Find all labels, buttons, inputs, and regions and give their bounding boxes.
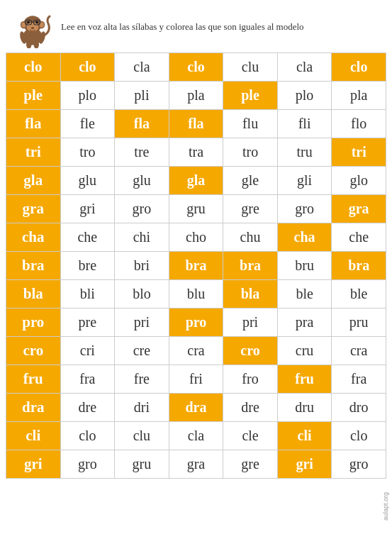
- syllable-cell: che: [332, 223, 386, 252]
- syllable-cell: dre: [60, 394, 115, 422]
- syllable-cell: pro: [169, 308, 223, 337]
- syllable-cell: bre: [60, 252, 115, 280]
- model-cell: fru: [6, 365, 61, 394]
- table-row: pleplopliplapleplopla: [6, 82, 386, 110]
- model-cell: pro: [6, 308, 61, 337]
- table-container: clocloclaclocluclaclopleplopliplapleplop…: [6, 52, 386, 479]
- syllable-cell: dri: [115, 394, 169, 422]
- syllable-cell: cla: [277, 53, 332, 82]
- syllable-cell: fle: [60, 110, 115, 138]
- syllable-cell: plo: [60, 82, 115, 110]
- table-row: frufrafrefrifrofrufra: [6, 365, 386, 394]
- syllable-cell: cro: [223, 337, 278, 365]
- svg-point-11: [35, 21, 38, 23]
- syllable-cell: pre: [60, 308, 115, 337]
- syllable-cell: clo: [60, 422, 115, 450]
- syllable-cell: cru: [277, 337, 332, 365]
- syllable-cell: glu: [115, 167, 169, 195]
- syllable-cell: gri: [277, 450, 332, 479]
- model-cell: fla: [6, 110, 61, 138]
- watermark: aulapt.org: [382, 492, 389, 521]
- syllable-cell: blu: [169, 280, 223, 308]
- model-cell: gri: [6, 450, 61, 479]
- syllable-cell: fla: [115, 110, 169, 138]
- model-cell: gra: [6, 195, 61, 223]
- syllable-cell: gla: [169, 167, 223, 195]
- syllable-cell: clo: [332, 53, 386, 82]
- model-cell: cro: [6, 337, 61, 365]
- table-row: crocricrecracrocrucra: [6, 337, 386, 365]
- syllable-cell: gru: [115, 450, 169, 479]
- syllable-cell: gru: [169, 195, 223, 223]
- syllable-cell: gle: [223, 167, 278, 195]
- syllable-cell: gre: [223, 450, 278, 479]
- syllable-cell: bli: [60, 280, 115, 308]
- syllable-cell: bru: [277, 252, 332, 280]
- syllable-cell: tri: [332, 138, 386, 167]
- syllable-cell: dro: [332, 394, 386, 422]
- monkey-icon: [11, 6, 54, 48]
- syllable-cell: blo: [115, 280, 169, 308]
- header: Lee en voz alta las sílabas y colorea la…: [6, 6, 386, 48]
- model-cell: clo: [6, 53, 61, 82]
- syllable-cell: clo: [332, 422, 386, 450]
- syllable-cell: cra: [169, 337, 223, 365]
- syllable-cell: pri: [115, 308, 169, 337]
- syllable-cell: cli: [277, 422, 332, 450]
- model-cell: bla: [6, 280, 61, 308]
- syllable-cell: gre: [223, 195, 278, 223]
- syllable-cell: pri: [223, 308, 278, 337]
- syllable-cell: tra: [169, 138, 223, 167]
- syllable-cell: fli: [277, 110, 332, 138]
- model-cell: tri: [6, 138, 61, 167]
- syllable-cell: fra: [332, 365, 386, 394]
- syllable-cell: pla: [169, 82, 223, 110]
- syllable-cell: plo: [277, 82, 332, 110]
- syllable-cell: fla: [169, 110, 223, 138]
- syllable-cell: cho: [169, 223, 223, 252]
- syllable-cell: pla: [332, 82, 386, 110]
- page: Lee en voz alta las sílabas y colorea la…: [0, 0, 392, 556]
- table-row: dradredridradredrudro: [6, 394, 386, 422]
- syllable-cell: fro: [223, 365, 278, 394]
- syllable-cell: cri: [60, 337, 115, 365]
- syllable-cell: dru: [277, 394, 332, 422]
- syllable-cell: pru: [332, 308, 386, 337]
- table-row: brabrebribrabrabrubra: [6, 252, 386, 280]
- syllable-cell: cla: [115, 53, 169, 82]
- syllable-cell: ple: [223, 82, 278, 110]
- syllable-cell: gro: [60, 450, 115, 479]
- syllable-cell: tro: [60, 138, 115, 167]
- model-cell: dra: [6, 394, 61, 422]
- syllable-cell: clo: [60, 53, 115, 82]
- syllable-cell: chi: [115, 223, 169, 252]
- syllable-cell: gro: [332, 450, 386, 479]
- syllable-cell: clu: [115, 422, 169, 450]
- table-row: clocloclaclocluclaclo: [6, 53, 386, 82]
- syllable-table: clocloclaclocluclaclopleplopliplapleplop…: [6, 52, 386, 479]
- table-row: cliclocluclaclecliclo: [6, 422, 386, 450]
- syllable-cell: chu: [223, 223, 278, 252]
- syllable-cell: fre: [115, 365, 169, 394]
- model-cell: cli: [6, 422, 61, 450]
- syllable-cell: ble: [332, 280, 386, 308]
- syllable-cell: dre: [223, 394, 278, 422]
- model-cell: bra: [6, 252, 61, 280]
- svg-point-12: [31, 27, 35, 29]
- syllable-cell: glu: [60, 167, 115, 195]
- table-row: chachechichochuchache: [6, 223, 386, 252]
- syllable-cell: clo: [169, 53, 223, 82]
- syllable-cell: flo: [332, 110, 386, 138]
- syllable-cell: cle: [223, 422, 278, 450]
- table-row: tritrotretratrotrutri: [6, 138, 386, 167]
- syllable-cell: bri: [115, 252, 169, 280]
- model-cell: gla: [6, 167, 61, 195]
- syllable-cell: cre: [115, 337, 169, 365]
- syllable-cell: tre: [115, 138, 169, 167]
- table-row: grigrogrugragregrigro: [6, 450, 386, 479]
- syllable-cell: gro: [277, 195, 332, 223]
- syllable-cell: bla: [223, 280, 278, 308]
- model-cell: cha: [6, 223, 61, 252]
- syllable-cell: ble: [277, 280, 332, 308]
- syllable-cell: gro: [115, 195, 169, 223]
